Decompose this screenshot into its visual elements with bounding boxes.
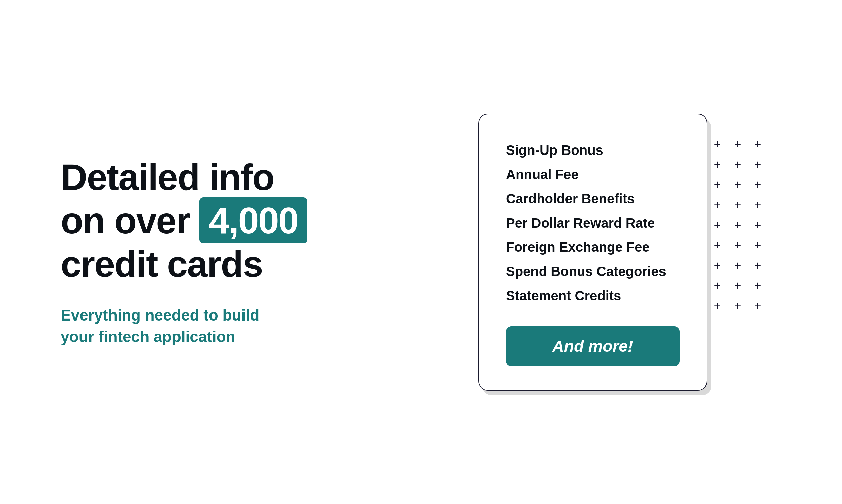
dot-symbol: + — [707, 215, 728, 235]
dot-symbol: + — [748, 155, 768, 175]
dot-symbol: + — [707, 276, 728, 296]
dot-symbol: + — [748, 255, 768, 276]
dot-symbol: + — [707, 155, 728, 175]
dot-symbol: + — [728, 276, 748, 296]
headline: Detailed info on over 4,000 credit cards — [60, 157, 364, 284]
dot-symbol: + — [728, 195, 748, 215]
dot-symbol: + — [728, 215, 748, 235]
list-item: Per Dollar Reward Rate — [506, 211, 680, 235]
headline-part1: Detailed info — [60, 156, 274, 198]
subtitle: Everything needed to build your fintech … — [60, 304, 297, 348]
dot-symbol: + — [728, 255, 748, 276]
subtitle-line2: your fintech application — [60, 328, 235, 345]
dot-symbol: + — [748, 175, 768, 195]
dot-symbol: + — [707, 134, 728, 155]
and-more-button[interactable]: And more! — [506, 326, 680, 366]
dot-symbol: + — [707, 175, 728, 195]
dot-symbol: + — [707, 255, 728, 276]
subtitle-line1: Everything needed to build — [60, 306, 259, 324]
dot-symbol: + — [728, 296, 748, 316]
main-container: Detailed info on over 4,000 credit cards… — [0, 0, 842, 504]
dot-symbol: + — [728, 155, 748, 175]
dot-symbol: + — [748, 195, 768, 215]
dot-symbol: + — [728, 175, 748, 195]
highlight-number: 4,000 — [199, 197, 307, 244]
dot-symbol: + — [748, 134, 768, 155]
list-item: Cardholder Benefits — [506, 186, 680, 211]
list-item: Annual Fee — [506, 162, 680, 186]
right-section: ++++++++++++++++++++++++++++++++++++++++… — [478, 134, 782, 370]
list-item: Sign-Up Bonus — [506, 138, 680, 162]
dot-symbol: + — [728, 134, 748, 155]
list-item: Foreign Exchange Fee — [506, 235, 680, 259]
dot-symbol: + — [748, 276, 768, 296]
info-card: Sign-Up BonusAnnual FeeCardholder Benefi… — [478, 114, 707, 391]
dot-symbol: + — [748, 215, 768, 235]
list-item: Statement Credits — [506, 284, 680, 308]
dot-symbol: + — [707, 235, 728, 255]
dot-symbol: + — [728, 235, 748, 255]
dot-symbol: + — [748, 235, 768, 255]
list-item: Spend Bonus Categories — [506, 259, 680, 284]
headline-part3: credit cards — [60, 243, 263, 285]
left-section: Detailed info on over 4,000 credit cards… — [60, 157, 364, 348]
dot-symbol: + — [707, 296, 728, 316]
headline-part2: on over — [60, 200, 190, 241]
feature-list: Sign-Up BonusAnnual FeeCardholder Benefi… — [506, 138, 680, 308]
dot-symbol: + — [748, 296, 768, 316]
dot-symbol: + — [707, 195, 728, 215]
